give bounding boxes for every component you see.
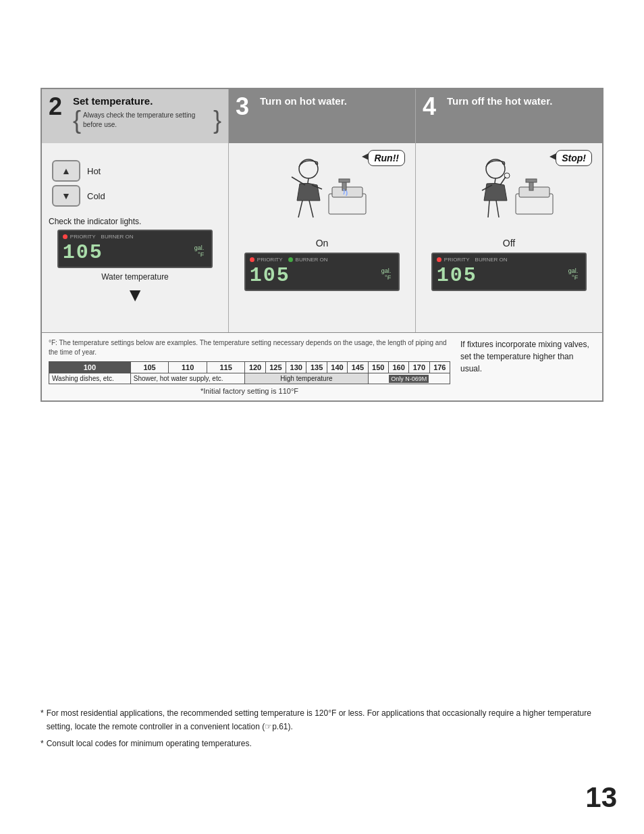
display-units-4: gal. °F <box>568 267 579 281</box>
open-brace: { <box>73 111 81 130</box>
display-number-3: 105 <box>250 264 290 287</box>
temp-170: 170 <box>409 362 429 373</box>
temp-100: 100 <box>49 362 131 373</box>
down-arrow-indicator: ▼ <box>49 284 221 306</box>
run-speech-bubble: Run!! <box>368 150 405 166</box>
f-label-4: °F <box>572 274 578 281</box>
burner-on-dot-3 <box>288 257 293 262</box>
temp-values-row: 100 105 110 115 120 125 130 135 140 145 … <box>49 362 450 373</box>
temp-176: 176 <box>429 362 450 373</box>
cold-btn-row: ▼ Cold <box>52 185 105 207</box>
temp-140: 140 <box>327 362 347 373</box>
svg-point-0 <box>299 159 318 178</box>
step-2-subtitle-container: { Always check the temperature setting b… <box>73 111 221 130</box>
svg-point-5 <box>486 159 505 178</box>
display-top-row-3: PRIORITY BURNER ON <box>250 257 394 263</box>
character-area-stop: Stop! <box>423 150 595 231</box>
display-units-2: gal. °F <box>194 244 205 258</box>
burner-on-label: BURNER ON <box>101 234 134 240</box>
temperature-table: 100 105 110 115 120 125 130 135 140 145 … <box>49 361 450 384</box>
display-top-row-4: PRIORITY BURNER ON <box>437 257 581 263</box>
desc-shower: Shower, hot water supply, etc. <box>130 373 245 384</box>
cold-label: Cold <box>87 191 105 201</box>
footer-notes: * For most residential applications, the… <box>41 706 603 753</box>
step-3-header: 3 Turn on hot water. <box>229 89 415 143</box>
temp-105: 105 <box>130 362 169 373</box>
temp-110: 110 <box>169 362 207 373</box>
f-label-3: °F <box>385 274 391 281</box>
only-badge: Only N-069M <box>389 375 429 383</box>
gal-label-3: gal. <box>381 267 392 274</box>
temp-115: 115 <box>207 362 245 373</box>
priority-dot-4 <box>437 257 441 262</box>
steps-row: 2 Set temperature. { Always check the te… <box>42 89 602 332</box>
status-off: Off <box>503 238 515 249</box>
svg-point-6 <box>504 173 510 178</box>
step-4-title: Turn off the hot water. <box>447 95 552 108</box>
step-4-header: 4 Turn off the hot water. <box>416 89 602 143</box>
step-2-number: 2 <box>49 95 69 119</box>
close-brace: } <box>213 111 221 130</box>
footer-note-2: * Consult local codes for minimum operat… <box>41 737 603 750</box>
step-3: 3 Turn on hot water. <box>229 89 416 332</box>
priority-dot <box>63 234 68 239</box>
priority-label-4: PRIORITY <box>444 257 470 263</box>
temp-125: 125 <box>265 362 286 373</box>
temp-150: 150 <box>368 362 388 373</box>
gal-label-2: gal. <box>194 244 205 251</box>
step-2: 2 Set temperature. { Always check the te… <box>42 89 229 332</box>
note-text-2: Consult local codes for minimum operatin… <box>47 737 252 750</box>
mixing-valves-note: If fixtures incorporate mixing valves, s… <box>460 338 595 375</box>
display-number-4: 105 <box>437 264 477 287</box>
main-instruction-area: 2 Set temperature. { Always check the te… <box>41 88 603 402</box>
step-3-number: 3 <box>236 95 256 119</box>
hot-label: Hot <box>87 166 101 176</box>
note-bullet-1: * <box>41 706 44 734</box>
temp-desc-row: Washing dishes, etc. Shower, hot water s… <box>49 373 450 384</box>
display-units-3: gal. °F <box>381 267 392 281</box>
step-2-body: ▲ Hot ▼ Cold Check the indicator lights. <box>42 143 228 332</box>
display-panel-4: PRIORITY BURNER ON 105 gal. °F <box>431 253 587 291</box>
priority-dot-3 <box>250 257 254 262</box>
temp-table-right: If fixtures incorporate mixing valves, s… <box>460 338 595 395</box>
down-arrow-button[interactable]: ▼ <box>52 185 80 207</box>
water-temp-label: Water temperature <box>49 272 221 282</box>
step-3-body: Run!! On PRIORITY BURNER ON 105 <box>229 143 415 332</box>
temp-160: 160 <box>388 362 408 373</box>
run-character-svg <box>271 150 373 231</box>
factory-note: *Initial factory setting is 110°F <box>49 387 450 395</box>
display-top-row-2: PRIORITY BURNER ON <box>63 234 207 240</box>
step-4: 4 Turn off the hot water. <box>416 89 602 332</box>
burner-on-label-3: BURNER ON <box>296 257 328 263</box>
gal-label-4: gal. <box>568 267 579 274</box>
page: 2 Set temperature. { Always check the te… <box>0 0 644 834</box>
up-arrow-button[interactable]: ▲ <box>52 160 80 182</box>
temp-120: 120 <box>245 362 265 373</box>
temp-table-left: °F: The temperature settings below are e… <box>49 338 450 395</box>
step-4-body: Stop! Off PRIORITY BURNER ON 105 <box>416 143 602 332</box>
note-text-1: For most residential applications, the r… <box>47 706 603 734</box>
step-2-subtitle: Always check the temperature setting bef… <box>83 111 211 130</box>
character-area-run: Run!! <box>236 150 408 231</box>
svg-rect-10 <box>526 179 537 182</box>
burner-on-label-4: BURNER ON <box>475 257 508 263</box>
step-2-header: 2 Set temperature. { Always check the te… <box>42 89 228 143</box>
f-label-2: °F <box>198 251 204 258</box>
indicator-label: Check the indicator lights. <box>49 217 221 226</box>
svg-rect-8 <box>519 187 549 197</box>
run-text: Run!! <box>374 153 399 163</box>
stop-text: Stop! <box>562 153 586 163</box>
stop-speech-bubble: Stop! <box>556 150 592 166</box>
hot-btn-row: ▲ Hot <box>52 160 101 182</box>
svg-rect-4 <box>339 179 350 182</box>
footer-note-1: * For most residential applications, the… <box>41 706 603 734</box>
temp-130: 130 <box>286 362 306 373</box>
celsius-note: °F: The temperature settings below are e… <box>49 338 450 357</box>
temperature-buttons: ▲ Hot ▼ Cold <box>52 160 225 210</box>
indicator-section: Check the indicator lights. PRIORITY BUR… <box>49 217 221 306</box>
step-2-title: Set temperature. <box>73 95 221 108</box>
desc-high-temp: High temperature <box>245 373 368 384</box>
page-number: 13 <box>585 781 617 814</box>
priority-label-3: PRIORITY <box>257 257 283 263</box>
step-4-number: 4 <box>423 95 443 119</box>
